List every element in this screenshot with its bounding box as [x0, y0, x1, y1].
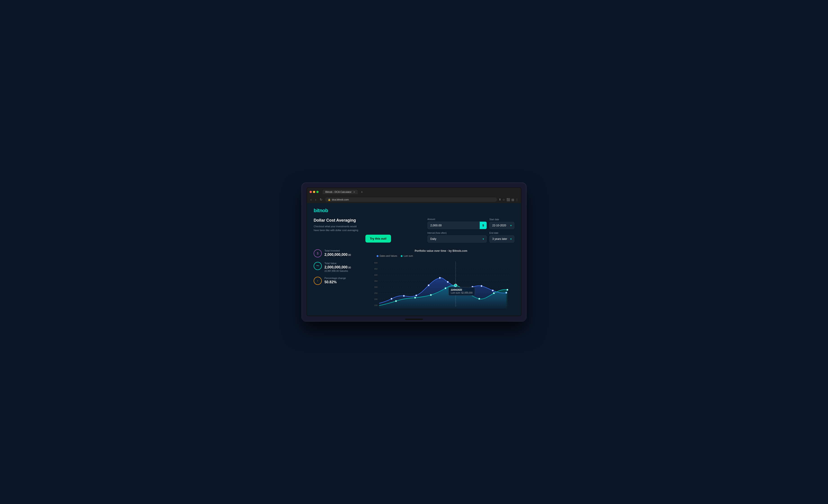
laptop-frame: Bitnob - DCA Calculator ✕ + ‹ › ↻ 🔒 dca.…	[301, 182, 527, 322]
amount-input[interactable]	[427, 222, 480, 229]
start-date-group: Start date 22-10-2020 ▼	[489, 218, 514, 229]
stats-panel: $ Total Invested 2,000,000,000.00 〜 Tota…	[314, 249, 363, 310]
interval-select-wrap: Daily Weekly Monthly ▼	[427, 235, 487, 243]
chart-dot-teal	[507, 289, 508, 291]
legend-lum-label: Lum sum	[404, 255, 413, 257]
forward-button[interactable]: ›	[314, 197, 317, 202]
back-button[interactable]: ‹	[309, 197, 313, 202]
total-value-label: Total Value	[325, 262, 351, 265]
pct-change-label: Percentage change	[325, 277, 346, 280]
start-date-select[interactable]: 22-10-2020	[489, 222, 514, 229]
amount-group: Amount $	[427, 218, 487, 229]
dca-title: Dollar Cost Averaging	[314, 218, 359, 223]
browser-titlebar: Bitnob - DCA Calculator ✕ +	[307, 188, 521, 196]
total-value-value: 2,000,000,000.00	[325, 265, 351, 269]
chart-area: Portfolio value over time - by Bitnob.co…	[368, 249, 514, 310]
sidebar-icon[interactable]: ▤	[511, 198, 514, 201]
total-value-sub: 22,897,890.00 Satoshis	[325, 270, 351, 272]
svg-text:300: 300	[374, 286, 378, 288]
total-invested-label: Total Invested	[325, 249, 351, 252]
url-text: dca.bitnob.com	[332, 198, 349, 201]
chart-dot	[481, 285, 483, 287]
chart-svg: 500 450 400 350 300 250 200 150	[368, 259, 514, 309]
chart-dot-teal	[466, 291, 468, 293]
chart-section: $ Total Invested 2,000,000,000.00 〜 Tota…	[314, 249, 514, 310]
pct-change-icon: ↑	[314, 277, 322, 285]
total-invested-info: Total Invested 2,000,000,000.00	[325, 249, 351, 257]
interval-label: Interval (how often)	[427, 232, 487, 234]
total-value-info: Total Value 2,000,000,000.00 22,897,890.…	[325, 262, 351, 272]
chart-dot-teal	[445, 288, 446, 289]
share-icon[interactable]: ⬆	[499, 198, 501, 201]
page-content: bitnob Dollar Cost Averaging Checkout wh…	[307, 203, 521, 316]
chart-dot	[439, 277, 441, 279]
chart-dot-teal	[493, 293, 495, 294]
total-invested-icon: $	[314, 249, 322, 257]
svg-text:150: 150	[374, 304, 378, 306]
dca-description: Checkout what your investments would hav…	[314, 224, 359, 232]
chart-dot	[447, 281, 449, 283]
end-date-select[interactable]: 1 year later 2 years later 3 years later…	[489, 235, 514, 243]
chart-dot	[472, 286, 473, 288]
minimize-button[interactable]	[313, 191, 315, 193]
legend-dates-label: Dates and Values	[380, 255, 397, 257]
amount-input-wrap: $	[427, 222, 487, 229]
total-value-icon: 〜	[314, 262, 322, 270]
total-invested-value: 2,000,000,000.00	[325, 253, 351, 257]
currency-badge: $	[480, 222, 487, 229]
chart-dot-teal	[479, 298, 480, 300]
svg-text:500: 500	[374, 262, 378, 264]
svg-text:400: 400	[374, 274, 378, 276]
chart-dot	[416, 295, 417, 296]
dca-section: Dollar Cost Averaging Checkout what your…	[314, 218, 514, 243]
bookmark-icon[interactable]: ☆	[502, 198, 505, 201]
active-point	[454, 284, 457, 287]
chart-dot-teal	[414, 297, 416, 299]
amount-label: Amount	[427, 218, 487, 220]
close-button[interactable]	[309, 191, 312, 193]
total-value-card: 〜 Total Value 2,000,000,000.00 22,897,89…	[314, 262, 363, 272]
new-tab-button[interactable]: +	[361, 190, 363, 194]
legend-dates: Dates and Values	[377, 255, 397, 257]
svg-text:450: 450	[374, 268, 378, 270]
interval-select[interactable]: Daily Weekly Monthly	[427, 235, 487, 243]
extensions-icon[interactable]: ⬛	[506, 198, 510, 201]
tab-title: Bitnob - DCA Calculator	[325, 191, 351, 193]
maximize-button[interactable]	[316, 191, 319, 193]
chart-dot	[492, 290, 494, 291]
svg-text:350: 350	[374, 280, 378, 282]
end-date-group: End date 1 year later 2 years later 3 ye…	[489, 232, 514, 243]
chart-title: Portfolio value over time - by Bitnob.co…	[368, 249, 514, 252]
address-bar[interactable]: 🔒 dca.bitnob.com	[325, 197, 497, 202]
start-date-select-wrap: 22-10-2020 ▼	[489, 222, 514, 229]
legend-lum-dot	[401, 255, 403, 257]
dca-title-area: Dollar Cost Averaging Checkout what your…	[314, 218, 359, 243]
try-button[interactable]: Try this out!	[365, 235, 391, 243]
menu-icon[interactable]: ⋮	[515, 198, 519, 201]
laptop-screen: Bitnob - DCA Calculator ✕ + ‹ › ↻ 🔒 dca.…	[306, 187, 522, 316]
interval-group: Interval (how often) Daily Weekly Monthl…	[427, 232, 487, 243]
logo-text: bitnob	[314, 208, 328, 213]
chart-dot	[403, 295, 405, 297]
end-date-select-wrap: 1 year later 2 years later 3 years later…	[489, 235, 514, 243]
pct-change-card: ↑ Percentage change 50.82%	[314, 277, 363, 285]
pct-change-value: 50.82%	[325, 280, 346, 284]
chart-svg-wrap: 500 450 400 350 300 250 200 150	[368, 259, 514, 310]
end-date-label: End date	[489, 232, 514, 234]
pct-change-info: Percentage change 50.82%	[325, 277, 346, 284]
chart-dot-teal	[430, 294, 432, 296]
legend-dates-dot	[377, 255, 378, 257]
chart-legend: Dates and Values Lum sum	[377, 255, 514, 257]
reload-button[interactable]: ↻	[319, 197, 323, 202]
chart-dot	[428, 285, 429, 286]
chart-dot-teal	[395, 300, 397, 302]
tab-close-icon[interactable]: ✕	[353, 191, 355, 193]
browser-tab[interactable]: Bitnob - DCA Calculator ✕	[323, 190, 358, 194]
traffic-lights	[309, 191, 319, 193]
chart-dot	[391, 298, 392, 300]
browser-actions: ⬆ ☆ ⬛ ▤ ⋮	[499, 198, 519, 201]
lock-icon: 🔒	[328, 199, 331, 201]
svg-text:200: 200	[374, 298, 378, 300]
legend-lum: Lum sum	[401, 255, 413, 257]
laptop-base	[302, 318, 526, 321]
